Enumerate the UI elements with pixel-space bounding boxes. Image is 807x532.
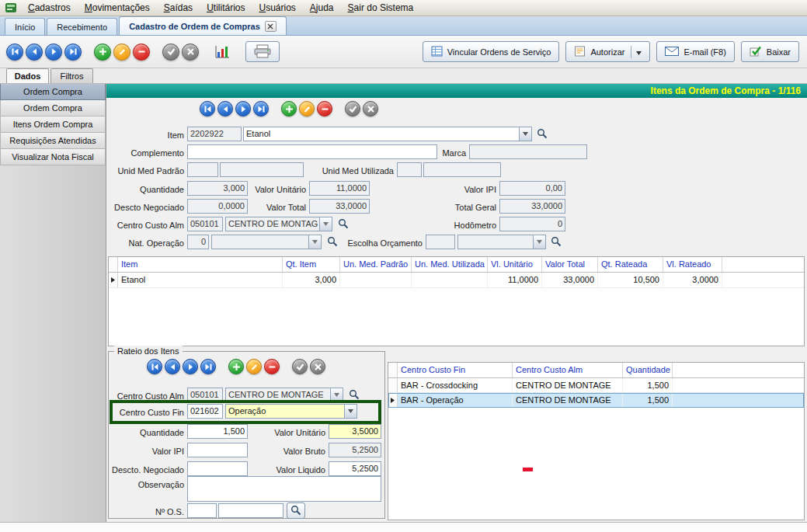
rateio-num-os-code-field[interactable] [187, 503, 217, 518]
rateio-num-os-search-button[interactable] [287, 502, 305, 519]
cancel-button[interactable] [182, 43, 199, 61]
rateio-centro-custo-fin-code-field[interactable]: 021602 [187, 404, 223, 419]
table-row[interactable]: BAR - Crossdocking CENTRO DE MONTAGE 1,5… [388, 378, 804, 393]
sidebar-item-requisicoes-atendidas[interactable]: Requisições Atendidas [0, 133, 106, 149]
sidebar-item-ordem-compra-2[interactable]: Ordem Compra [0, 100, 106, 116]
item-combo[interactable]: Etanol [243, 127, 532, 141]
add-button[interactable] [94, 43, 111, 61]
rateio-centro-custo-alm-code-field[interactable]: 050101 [187, 388, 223, 402]
sidebar-item-visualizar-nota-fiscal[interactable]: Visualizar Nota Fiscal [0, 149, 106, 165]
table-row-selected[interactable]: BAR - Operação CENTRO DE MONTAGE 1,500 [388, 393, 804, 408]
next-record-button[interactable] [45, 43, 62, 61]
close-tab-icon[interactable] [265, 21, 277, 32]
rateio-valor-liquido-field[interactable]: 5,2500 [329, 461, 381, 476]
items-next-record-button[interactable] [235, 101, 251, 116]
chart-button[interactable] [211, 41, 233, 62]
vincular-ordens-button[interactable]: Vincular Ordens de Serviço [423, 41, 560, 62]
unid-med-utilizada-code-field[interactable] [397, 162, 422, 177]
col-qt-item[interactable]: Qt. Item [283, 257, 340, 272]
first-record-button[interactable] [6, 43, 23, 61]
items-first-record-button[interactable] [200, 101, 215, 116]
col-qt-rateada[interactable]: Qt. Rateada [598, 257, 663, 272]
items-confirm-button[interactable] [345, 101, 360, 116]
tab-filtros[interactable]: Filtros [50, 68, 93, 83]
chevron-down-icon[interactable] [344, 405, 357, 418]
escolha-orcamento-code-field[interactable] [426, 235, 455, 249]
escolha-orcamento-combo[interactable] [457, 235, 546, 249]
marca-field[interactable] [469, 144, 587, 159]
rateio-delete-button[interactable] [264, 359, 280, 374]
item-search-icon[interactable] [537, 128, 548, 140]
rateio-cancel-button[interactable] [310, 359, 325, 374]
email-button[interactable]: E-mail (F8) [656, 41, 734, 62]
total-geral-field[interactable]: 33,0000 [499, 199, 565, 214]
nat-operacao-code-field[interactable]: 0 [187, 235, 209, 249]
col-un-med-padrao[interactable]: Un. Med. Padrão [340, 257, 412, 272]
centro-custo-alm-code-field[interactable]: 050101 [187, 217, 223, 231]
baixar-button[interactable]: Baixar [741, 41, 799, 62]
items-edit-button[interactable] [299, 101, 315, 116]
nat-operacao-combo[interactable] [211, 235, 322, 249]
rateio-confirm-button[interactable] [292, 359, 308, 374]
confirm-button[interactable] [162, 43, 179, 61]
rateio-next-record-button[interactable] [183, 359, 198, 374]
rateio-last-record-button[interactable] [200, 359, 216, 374]
nat-operacao-search-icon[interactable] [327, 236, 339, 248]
valor-total-field[interactable]: 33,0000 [309, 199, 370, 214]
chevron-down-icon[interactable] [319, 217, 332, 231]
col-vl-rateado[interactable]: Vl. Rateado [663, 257, 722, 272]
chevron-down-icon[interactable] [308, 235, 321, 249]
rateio-prev-record-button[interactable] [165, 359, 180, 374]
centro-custo-alm-search-icon[interactable] [338, 218, 350, 230]
unid-med-utilizada-desc-field[interactable] [423, 162, 501, 177]
chevron-down-icon[interactable] [636, 47, 642, 57]
col-vl-unitario[interactable]: Vl. Unitário [488, 257, 542, 272]
tab-dados[interactable]: Dados [6, 68, 49, 83]
chevron-down-icon[interactable] [533, 235, 545, 249]
tab-recebimento[interactable]: Recebimento [47, 18, 117, 35]
rateio-quantidade-field[interactable]: 1,500 [187, 424, 248, 439]
unid-med-padrao-desc-field[interactable] [220, 162, 304, 177]
chevron-down-icon[interactable] [519, 127, 531, 141]
menu-ajuda[interactable]: Ajuda [303, 0, 341, 16]
sidebar-item-itens-ordem-compra[interactable]: Itens Ordem Compra [0, 116, 106, 133]
rateio-add-button[interactable] [228, 359, 244, 374]
rateio-valor-bruto-field[interactable]: 5,2500 [329, 443, 381, 457]
hodometro-field[interactable]: 0 [499, 217, 565, 231]
menu-usuarios[interactable]: Usuários [252, 0, 302, 16]
col-centro-custo-alm[interactable]: Centro Custo Alm [513, 363, 623, 377]
unid-med-padrao-code-field[interactable] [187, 162, 218, 177]
menu-utilitarios[interactable]: Utilitários [200, 0, 252, 16]
edit-button[interactable] [113, 43, 130, 61]
menu-movimentacoes[interactable]: Movimentações [78, 0, 157, 16]
rateio-num-os-desc-field[interactable] [218, 503, 283, 518]
col-un-med-utilizada[interactable]: Un. Med. Utilizada [412, 257, 488, 272]
valor-unitario-field[interactable]: 11,0000 [309, 181, 370, 196]
menu-saidas[interactable]: Saídas [157, 0, 200, 16]
col-item[interactable]: Item [118, 257, 283, 272]
rateio-valor-unitario-field[interactable]: 3,5000 [329, 424, 381, 439]
tab-inicio[interactable]: Início [5, 18, 45, 35]
complemento-field[interactable] [187, 144, 437, 159]
items-prev-record-button[interactable] [217, 101, 233, 116]
items-add-button[interactable] [281, 101, 297, 116]
chevron-down-icon[interactable] [330, 388, 343, 402]
rateio-valor-ipi-field[interactable] [187, 443, 248, 457]
prev-record-button[interactable] [26, 43, 43, 61]
item-code-field[interactable]: 2202922 [187, 127, 242, 141]
rateio-descto-negociado-field[interactable] [187, 461, 248, 476]
col-valor-total[interactable]: Valor Total [542, 257, 598, 272]
valor-ipi-field[interactable]: 0,00 [499, 181, 565, 196]
menu-cadastros[interactable]: Cadastros [21, 0, 78, 16]
rateio-centro-custo-fin-combo[interactable]: Operação [225, 404, 357, 419]
items-cancel-button[interactable] [363, 101, 378, 116]
autorizar-button[interactable]: Autorizar [565, 41, 650, 62]
items-delete-button[interactable] [317, 101, 332, 116]
escolha-orcamento-search-icon[interactable] [551, 236, 562, 248]
rateio-centro-custo-alm-combo[interactable]: CENTRO DE MONTAGE [225, 388, 343, 402]
rateio-centro-custo-alm-search-icon[interactable] [349, 389, 360, 401]
items-last-record-button[interactable] [253, 101, 269, 116]
sidebar-item-ordem-compra-1[interactable]: Ordem Compra [0, 84, 106, 100]
table-row[interactable]: Etanol 3,000 11,0000 33,0000 10,500 3,00… [109, 273, 804, 288]
rateio-edit-button[interactable] [246, 359, 262, 374]
